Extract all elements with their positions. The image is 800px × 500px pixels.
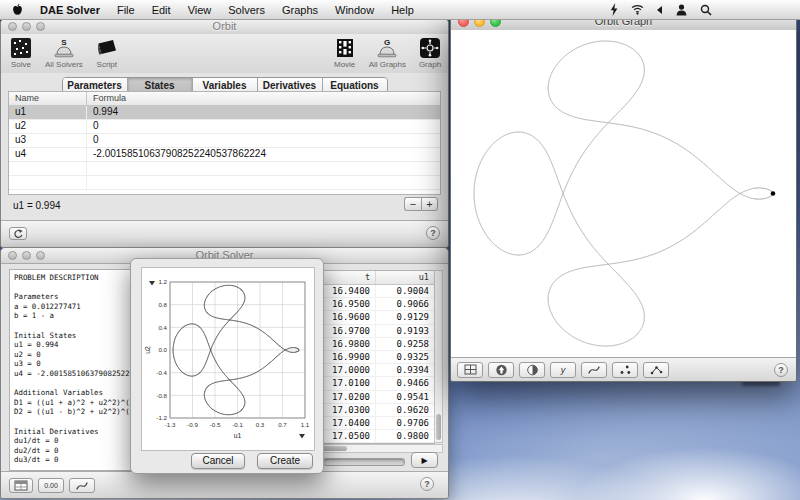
play-button[interactable]: ▶ [411, 452, 438, 468]
orbit-titlebar[interactable]: Orbit [1, 19, 448, 35]
scrollbar-thumb[interactable] [436, 414, 441, 440]
problem-description-panel[interactable]: PROBLEM DESCRIPTION Parameters a = 0.012… [9, 269, 139, 471]
svg-text:0.8: 0.8 [158, 301, 167, 308]
states-row-u3[interactable]: u30 [9, 134, 440, 148]
states-row-empty[interactable] [9, 162, 440, 176]
minimize-button[interactable] [22, 251, 31, 260]
close-button[interactable] [8, 22, 17, 31]
svg-text:0.7: 0.7 [278, 421, 287, 428]
x-axis-label: u1 [234, 432, 242, 439]
results-row[interactable]: 17.00000.9394 [320, 364, 434, 377]
menu-item-solvers[interactable]: Solvers [228, 4, 265, 16]
results-vertical-scrollbar[interactable] [434, 270, 443, 443]
svg-text:-0.1: -0.1 [232, 421, 243, 428]
axis-disclosure-triangle[interactable] [149, 281, 155, 286]
orbit-bottom-bar: ? [1, 220, 448, 247]
states-table-header[interactable]: Name Formula [9, 92, 440, 106]
results-row[interactable]: 16.94000.9004 [320, 285, 434, 298]
svg-text:1.2: 1.2 [158, 278, 167, 285]
graph-help-button[interactable]: ? [774, 363, 788, 377]
menu-item-file[interactable]: File [117, 4, 135, 16]
input-arrow-icon[interactable] [657, 6, 663, 14]
svg-text:0.0: 0.0 [158, 346, 167, 353]
menu-item-help[interactable]: Help [391, 4, 414, 16]
svg-text:-0.4: -0.4 [156, 369, 167, 376]
points-icon [619, 364, 632, 376]
wifi-icon[interactable] [631, 4, 644, 15]
cancel-button[interactable]: Cancel [191, 453, 245, 469]
svg-text:-1.3: -1.3 [165, 421, 176, 428]
time-slider[interactable] [323, 458, 405, 466]
states-row-u4[interactable]: u4-2.00158510637908252240537862224 [9, 148, 440, 162]
results-row[interactable]: 16.98000.9258 [320, 338, 434, 351]
results-table: t u1 16.94000.900416.95000.906616.96000.… [319, 270, 435, 444]
column-header-name[interactable]: Name [9, 92, 87, 105]
graph-button[interactable]: Graph [416, 37, 444, 69]
column-header-formula[interactable]: Formula [87, 92, 126, 105]
menu-bar: DAE Solver FileEditViewSolversGraphsWind… [0, 0, 800, 20]
selected-state-readout: u1 = 0.994 [13, 200, 61, 211]
orbit-help-button[interactable]: ? [426, 226, 440, 240]
grid-icon [464, 364, 477, 375]
results-row[interactable]: 16.96000.9129 [320, 311, 434, 324]
solve-button[interactable]: Solve [7, 37, 35, 69]
all-graphs-icon: G [374, 37, 400, 59]
column-header-u1[interactable]: u1 [376, 271, 434, 284]
stepper-plus-button[interactable]: + [421, 197, 438, 211]
results-row[interactable]: 17.05000.9800 [320, 430, 434, 443]
results-row[interactable]: 17.01000.9466 [320, 377, 434, 390]
results-row[interactable]: 16.99000.9325 [320, 351, 434, 364]
results-row[interactable]: 17.03000.9620 [320, 404, 434, 417]
scrollbar-thumb[interactable] [321, 446, 347, 451]
menu-app-name[interactable]: DAE Solver [40, 4, 100, 16]
results-row[interactable]: 16.97000.9193 [320, 325, 434, 338]
user-icon[interactable] [676, 4, 687, 16]
curve-style-button[interactable] [581, 362, 607, 378]
states-row-u1[interactable]: u10.994 [9, 106, 440, 120]
problem-description-text: PROBLEM DESCRIPTION Parameters a = 0.012… [14, 273, 138, 465]
battery-bolt-icon[interactable] [610, 3, 618, 16]
grid-toggle-button[interactable] [457, 362, 483, 378]
states-row-u2[interactable]: u20 [9, 120, 440, 134]
results-row[interactable]: 16.95000.9066 [320, 298, 434, 311]
curve-view-button[interactable] [69, 478, 95, 493]
decimals-button[interactable]: 0.00 [38, 478, 64, 493]
spotlight-search-icon[interactable] [700, 4, 712, 16]
zoom-button[interactable] [36, 251, 45, 260]
movie-button[interactable]: Movie [331, 37, 359, 69]
solver-help-button[interactable]: ? [420, 477, 434, 491]
orbit-graph-window: Orbit Graph y ? [450, 12, 797, 382]
states-row-empty[interactable] [9, 176, 440, 190]
column-header-t[interactable]: t [320, 271, 376, 284]
all-graphs-button[interactable]: G All Graphs [369, 37, 406, 69]
results-row[interactable]: 17.04000.9706 [320, 417, 434, 430]
segments-style-button[interactable] [643, 362, 669, 378]
menu-item-edit[interactable]: Edit [152, 4, 171, 16]
contrast-button[interactable] [519, 362, 545, 378]
results-table-header[interactable]: t u1 [320, 271, 434, 285]
menu-item-window[interactable]: Window [335, 4, 374, 16]
apple-menu-icon[interactable] [12, 3, 23, 16]
preview-plot-box: -1.3-0.9-0.5-0.10.30.71.11.20.80.40.0-0.… [141, 267, 315, 451]
all-solvers-button[interactable]: S All Solvers [45, 37, 83, 69]
create-graph-dialog: -1.3-0.9-0.5-0.10.30.71.11.20.80.40.0-0.… [130, 258, 324, 474]
y-axis-button[interactable]: y [550, 362, 576, 378]
table-view-button[interactable] [9, 478, 33, 493]
current-point-marker [771, 191, 776, 196]
menu-item-graphs[interactable]: Graphs [282, 4, 318, 16]
minimize-button[interactable] [22, 22, 31, 31]
dome-arrow-icon [495, 364, 508, 376]
refresh-button[interactable] [9, 227, 27, 240]
zoom-button[interactable] [36, 22, 45, 31]
menu-status-area [610, 0, 712, 19]
results-row[interactable]: 17.02000.9541 [320, 391, 434, 404]
create-button[interactable]: Create [257, 453, 313, 469]
close-button[interactable] [8, 251, 17, 260]
points-style-button[interactable] [612, 362, 638, 378]
solve-icon [10, 37, 32, 59]
stepper-minus-button[interactable]: − [404, 197, 421, 211]
menu-item-view[interactable]: View [188, 4, 212, 16]
dome-arrow-button[interactable] [488, 362, 514, 378]
script-button[interactable]: Script [93, 37, 121, 69]
axis-disclosure-triangle[interactable] [299, 434, 305, 439]
